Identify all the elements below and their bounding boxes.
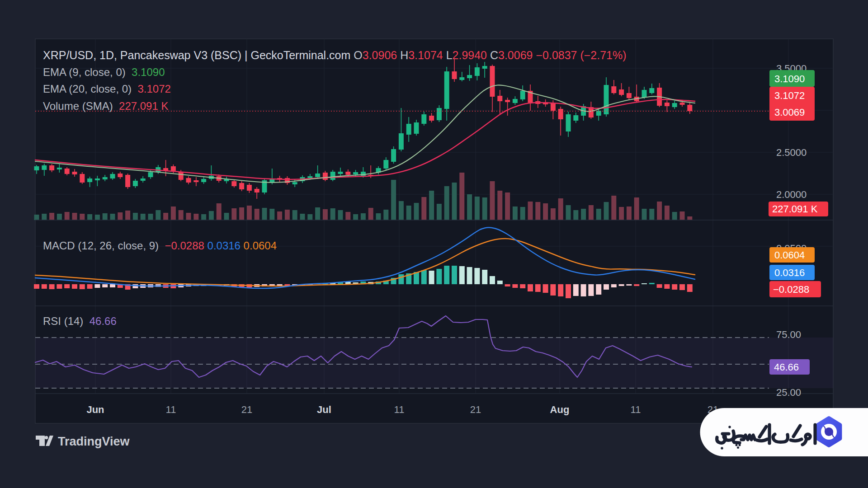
svg-text:2.5000: 2.5000: [776, 147, 807, 158]
svg-text:21: 21: [470, 404, 481, 415]
svg-text:−0.0288: −0.0288: [773, 284, 809, 295]
svg-text:11: 11: [166, 404, 176, 415]
svg-text:75.00: 75.00: [776, 329, 801, 340]
svg-text:21: 21: [241, 404, 252, 415]
svg-text:Volume (SMA) 227.091 K: Volume (SMA) 227.091 K: [43, 100, 168, 112]
svg-text:11: 11: [631, 404, 641, 415]
svg-text:3.0069: 3.0069: [774, 107, 805, 118]
svg-text:MACD (12, 26, close, 9) −0.02: MACD (12, 26, close, 9) −0.0288 0.0316 0…: [43, 239, 277, 252]
svg-text:Jul: Jul: [317, 404, 331, 415]
svg-text:EMA (20, close, 0) 3.1072: EMA (20, close, 0) 3.1072: [43, 83, 171, 95]
svg-text:3.1090: 3.1090: [774, 73, 805, 84]
svg-text:Jun: Jun: [86, 404, 104, 415]
svg-text:0.0316: 0.0316: [774, 267, 805, 278]
svg-text:XRP/USD, 1D, Pancakeswap V3 (B: XRP/USD, 1D, Pancakeswap V3 (BSC) | Geck…: [43, 49, 627, 61]
svg-text:227.091 K: 227.091 K: [772, 203, 818, 215]
svg-text:3.1072: 3.1072: [774, 90, 805, 101]
svg-text:Aug: Aug: [550, 404, 570, 415]
svg-text:46.66: 46.66: [774, 361, 799, 373]
svg-text:11: 11: [394, 404, 405, 415]
svg-text:EMA (9, close, 0) 3.1090: EMA (9, close, 0) 3.1090: [43, 66, 165, 78]
svg-text:RSI (14) 46.66: RSI (14) 46.66: [43, 315, 117, 327]
svg-text:2.0000: 2.0000: [776, 189, 807, 200]
svg-text:25.00: 25.00: [776, 387, 801, 398]
svg-text:TradingView: TradingView: [58, 435, 130, 448]
svg-text:0.0604: 0.0604: [774, 249, 805, 261]
